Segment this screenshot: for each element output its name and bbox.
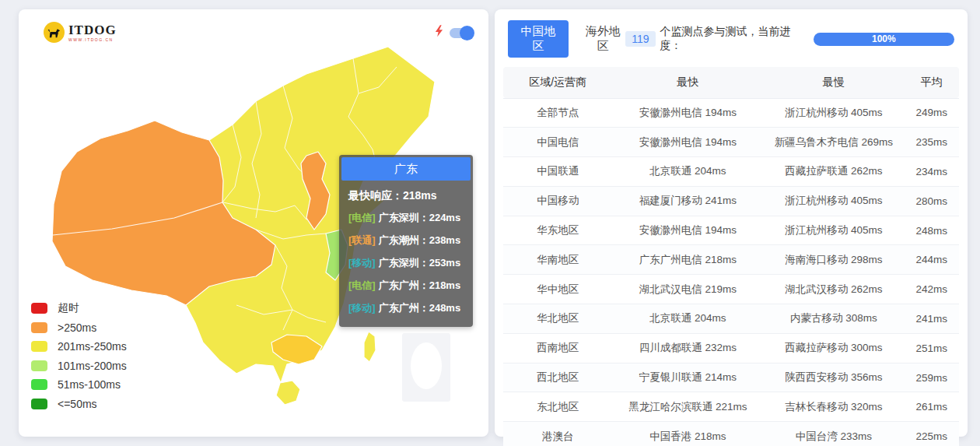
cell-region: 东北地区 xyxy=(503,392,613,422)
cell-fastest: 北京联通 204ms xyxy=(613,304,763,334)
legend-label: >250ms xyxy=(58,321,96,334)
legend-label: 51ms-100ms xyxy=(58,378,121,391)
col-average: 平均 xyxy=(905,67,959,98)
cell-average: 249ms xyxy=(905,98,959,128)
cell-slowest: 新疆乌鲁木齐电信 269ms xyxy=(763,128,905,157)
cell-average: 242ms xyxy=(905,275,959,304)
table-row: 东北地区 黑龙江哈尔滨联通 221ms 吉林长春移动 320ms 261ms xyxy=(503,392,959,422)
cell-fastest: 四川成都联通 232ms xyxy=(613,333,763,363)
cell-average: 241ms xyxy=(905,304,959,334)
cell-fastest: 安徽滁州电信 194ms xyxy=(613,98,763,128)
cell-region: 港澳台 xyxy=(503,422,613,446)
table-row: 中国联通 北京联通 204ms 西藏拉萨联通 262ms 234ms xyxy=(503,157,959,187)
tooltip-entry: [联通]广东潮州：238ms xyxy=(339,229,473,251)
itdog-logo[interactable]: ITDOG WWW.ITDOG.CN xyxy=(44,22,117,43)
cell-average: 261ms xyxy=(905,392,959,422)
table-row: 中国电信 安徽滁州电信 194ms 新疆乌鲁木齐电信 269ms 235ms xyxy=(503,128,959,157)
cell-slowest: 陕西西安移动 356ms xyxy=(763,363,905,392)
results-table: 区域/运营商 最快 最慢 平均 全部节点 安徽滁州电信 194ms 浙江杭州移动… xyxy=(503,67,959,446)
table-header-row: 区域/运营商 最快 最慢 平均 xyxy=(503,67,959,98)
cell-region: 华东地区 xyxy=(503,216,613,245)
tooltip-fastest: 最快响应：218ms xyxy=(348,189,464,203)
itdog-dog-icon xyxy=(44,22,65,43)
tooltip-title: 广东 xyxy=(341,157,471,181)
tooltip-entry: [移动]广东广州：248ms xyxy=(339,297,473,319)
cell-region: 中国电信 xyxy=(503,128,613,157)
table-row: 华东地区 安徽滁州电信 194ms 浙江杭州移动 405ms 248ms xyxy=(503,216,959,245)
map-watermark xyxy=(402,333,450,402)
cell-region: 华中地区 xyxy=(503,275,613,304)
legend-color-swatch xyxy=(31,360,47,371)
tooltip-value: 253ms xyxy=(429,257,460,269)
cell-slowest: 浙江杭州移动 405ms xyxy=(763,186,905,216)
cell-slowest: 湖北武汉移动 262ms xyxy=(763,275,905,304)
logo-subtitle: WWW.ITDOG.CN xyxy=(68,38,117,42)
tooltip-value: 248ms xyxy=(429,302,460,314)
cell-slowest: 浙江杭州移动 405ms xyxy=(763,216,905,245)
results-panel: 中国地区 海外地区 119 个监测点参与测试，当前进度： 100% 区域/运营商… xyxy=(495,9,968,437)
tooltip-location: 广东潮州： xyxy=(379,234,429,246)
cell-average: 234ms xyxy=(905,157,959,187)
cell-slowest: 内蒙古移动 308ms xyxy=(763,304,905,334)
cell-slowest: 海南海口移动 298ms xyxy=(763,245,905,275)
cell-fastest: 广东广州电信 218ms xyxy=(613,245,763,275)
cell-fastest: 中国香港 218ms xyxy=(613,422,763,446)
col-fastest: 最快 xyxy=(613,67,763,98)
cell-region: 西北地区 xyxy=(503,363,613,392)
island-taiwan[interactable] xyxy=(364,332,376,362)
cell-average: 244ms xyxy=(905,245,959,275)
cell-average: 280ms xyxy=(905,186,959,216)
tooltip-value: 218ms xyxy=(429,279,460,291)
table-row: 全部节点 安徽滁州电信 194ms 浙江杭州移动 405ms 249ms xyxy=(503,98,959,128)
cell-fastest: 安徽滁州电信 194ms xyxy=(613,128,763,157)
monitor-count-badge: 119 xyxy=(625,31,655,47)
tooltip-entry: [移动]广东深圳：253ms xyxy=(339,251,473,274)
legend-label: <=50ms xyxy=(58,398,97,410)
cell-fastest: 福建厦门移动 241ms xyxy=(613,186,763,216)
toggle-knob xyxy=(460,26,474,40)
legend-color-swatch xyxy=(31,379,47,390)
fast-mode-toggle[interactable] xyxy=(450,28,473,38)
table-row: 港澳台 中国香港 218ms 中国台湾 233ms 225ms xyxy=(503,422,959,446)
cell-fastest: 宁夏银川联通 214ms xyxy=(613,363,763,392)
table-row: 华南地区 广东广州电信 218ms 海南海口移动 298ms 244ms xyxy=(503,245,959,275)
isp-tag: [移动] xyxy=(348,302,376,314)
legend-color-swatch xyxy=(31,322,47,333)
cell-slowest: 西藏拉萨移动 300ms xyxy=(763,333,905,363)
cell-slowest: 浙江杭州移动 405ms xyxy=(763,98,905,128)
cell-region: 华南地区 xyxy=(503,245,613,275)
cell-average: 259ms xyxy=(905,363,959,392)
tooltip-entry: [电信]广东广州：218ms xyxy=(339,274,473,297)
legend-item: 201ms-250ms xyxy=(31,337,127,356)
legend-label: 101ms-200ms xyxy=(58,360,127,372)
cell-fastest: 湖北武汉电信 219ms xyxy=(613,275,763,304)
cell-region: 中国联通 xyxy=(503,157,613,187)
cell-region: 华北地区 xyxy=(503,304,613,334)
col-slowest: 最慢 xyxy=(763,67,905,98)
legend-item: 101ms-200ms xyxy=(31,356,127,376)
island-hainan[interactable] xyxy=(276,381,300,405)
legend-label: 超时 xyxy=(58,301,79,315)
cell-fastest: 北京联通 204ms xyxy=(613,157,763,187)
isp-tag: [移动] xyxy=(348,257,376,269)
tab-overseas-region[interactable]: 海外地区 xyxy=(580,24,625,54)
cell-fastest: 安徽滁州电信 194ms xyxy=(613,216,763,245)
legend-item: <=50ms xyxy=(31,395,127,414)
isp-tag: [联通] xyxy=(348,234,376,246)
isp-tag: [电信] xyxy=(348,279,376,291)
cell-region: 中国移动 xyxy=(503,186,613,216)
tooltip-location: 广东深圳： xyxy=(379,212,429,223)
table-row: 西北地区 宁夏银川联通 214ms 陕西西安移动 356ms 259ms xyxy=(503,363,959,392)
progress-label: 100% xyxy=(814,33,954,46)
cell-slowest: 西藏拉萨联通 262ms xyxy=(763,157,905,187)
legend-item: 超时 xyxy=(31,299,127,318)
table-row: 中国移动 福建厦门移动 241ms 浙江杭州移动 405ms 280ms xyxy=(503,186,959,216)
cell-slowest: 中国台湾 233ms xyxy=(763,422,905,446)
cell-average: 251ms xyxy=(905,333,959,363)
map-panel: ITDOG WWW.ITDOG.CN 超时 >250ms 201ms-250ms… xyxy=(19,9,488,437)
tooltip-entry: [电信]广东深圳：224ms xyxy=(339,206,473,229)
tooltip-value: 224ms xyxy=(429,212,460,223)
tab-china-region[interactable]: 中国地区 xyxy=(508,20,569,58)
col-region: 区域/运营商 xyxy=(503,67,613,98)
table-row: 华北地区 北京联通 204ms 内蒙古移动 308ms 241ms xyxy=(503,304,959,334)
